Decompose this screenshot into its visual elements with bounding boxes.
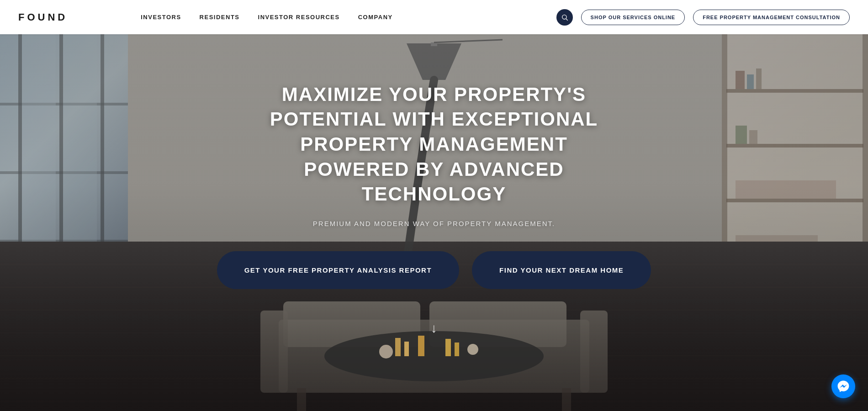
svg-point-0 [562,15,566,19]
search-svg [561,14,568,21]
navbar: FOUND INVESTORS RESIDENTS INVESTOR RESOU… [0,0,868,34]
analysis-report-button[interactable]: GET YOUR FREE PROPERTY ANALYSIS REPORT [217,251,459,290]
hero-subtitle: PREMIUM AND MODERN WAY OF PROPERTY MANAG… [313,220,555,227]
nav-company[interactable]: COMPANY [358,14,393,21]
scroll-down-arrow[interactable]: ↓ [431,321,437,336]
nav-residents[interactable]: RESIDENTS [200,14,240,21]
nav-investors[interactable]: INVESTORS [141,14,181,21]
hero-title: MAXIMIZE YOUR PROPERTY'S POTENTIAL WITH … [247,82,621,207]
svg-line-1 [566,19,568,21]
nav-investor-resources[interactable]: INVESTOR RESOURCES [258,14,340,21]
nav-right: SHOP OUR SERVICES ONLINE FREE PROPERTY M… [556,9,850,26]
nav-links: INVESTORS RESIDENTS INVESTOR RESOURCES C… [141,14,392,21]
search-icon[interactable] [556,9,573,26]
free-consult-button[interactable]: FREE PROPERTY MANAGEMENT CONSULTATION [693,10,850,25]
hero-section: MAXIMIZE YOUR PROPERTY'S POTENTIAL WITH … [0,34,868,411]
hero-content: MAXIMIZE YOUR PROPERTY'S POTENTIAL WITH … [0,34,868,411]
shop-services-button[interactable]: SHOP OUR SERVICES ONLINE [581,10,685,25]
dream-home-button[interactable]: FIND YOUR NEXT DREAM HOME [472,251,651,290]
hero-buttons: GET YOUR FREE PROPERTY ANALYSIS REPORT F… [217,251,651,290]
messenger-icon [837,380,850,393]
logo[interactable]: FOUND [18,11,68,23]
messenger-bubble[interactable] [831,374,855,398]
